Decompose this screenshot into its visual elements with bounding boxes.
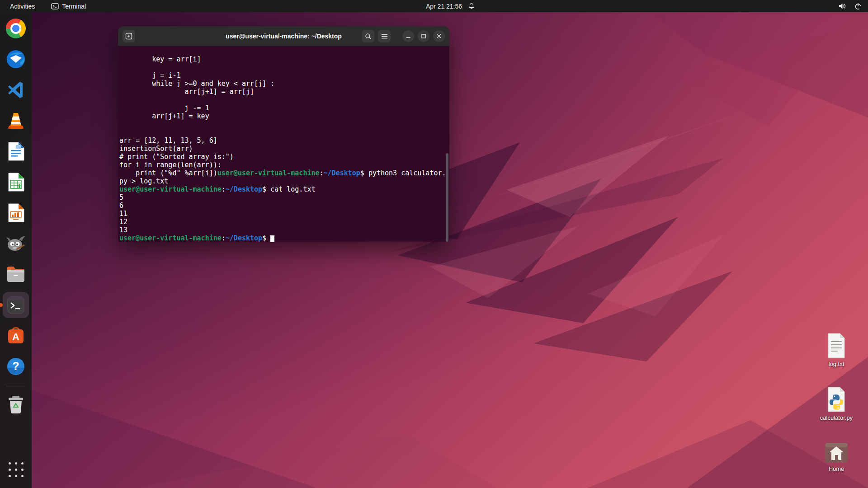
- terminal-text-segment: 11: [119, 210, 127, 218]
- dock-item-thunderbird[interactable]: [3, 46, 29, 72]
- home-folder-icon: [815, 440, 858, 464]
- desktop-icon-label: calculator.py: [815, 414, 858, 421]
- terminal-line: insertionSort(arr): [119, 145, 449, 153]
- dock-item-vscode[interactable]: [3, 77, 29, 103]
- new-tab-button[interactable]: [123, 30, 135, 42]
- volume-icon[interactable]: [839, 3, 846, 9]
- terminal-line: 11: [119, 210, 449, 218]
- vscode-icon: [6, 80, 26, 100]
- dock-item-chrome[interactable]: [3, 15, 29, 42]
- new-tab-icon: [125, 33, 132, 40]
- svg-text:?: ?: [12, 360, 19, 372]
- terminal-line: 6: [119, 202, 449, 210]
- scrollbar-thumb[interactable]: [446, 153, 448, 242]
- terminal-line: j -= 1: [119, 104, 449, 112]
- terminal-text-segment: arr = [12, 11, 13, 5, 6]: [119, 136, 217, 145]
- terminal-text-segment: $: [262, 234, 270, 242]
- running-indicator-dot: [0, 303, 3, 307]
- gimp-icon: [5, 233, 26, 254]
- close-button[interactable]: [433, 30, 445, 42]
- terminal-line: for i in range(len(arr)):: [119, 161, 449, 169]
- terminal-text-segment: ~/Desktop: [324, 169, 360, 177]
- dock-item-terminal[interactable]: [3, 292, 29, 318]
- desktop-icon-calculator-py[interactable]: calculator.py: [815, 386, 858, 421]
- terminal-app-icon: [51, 3, 59, 9]
- desktop-icon-home[interactable]: Home: [815, 440, 858, 472]
- trash-icon: [6, 395, 25, 415]
- dock: A ?: [0, 12, 32, 488]
- dock-item-libreoffice-impress[interactable]: [3, 200, 29, 226]
- dock-item-libreoffice-calc[interactable]: [3, 169, 29, 195]
- maximize-button[interactable]: [418, 30, 429, 42]
- python-file-icon: [815, 386, 858, 413]
- terminal-line: user@user-virtual-machine:~/Desktop$: [119, 234, 449, 242]
- terminal-line: py > log.txt: [119, 177, 449, 185]
- terminal-text-segment: 5: [119, 193, 123, 202]
- terminal-text-segment: print ("%d" %arr[i]): [119, 169, 217, 177]
- clock-menu[interactable]: Apr 21 21:56: [426, 0, 475, 12]
- dock-item-help[interactable]: ?: [3, 353, 29, 380]
- terminal-line: print ("%d" %arr[i])user@user-virtual-ma…: [119, 169, 449, 177]
- text-file-icon: [815, 333, 858, 359]
- activities-button[interactable]: Activities: [8, 0, 37, 12]
- files-icon: [5, 265, 26, 283]
- dock-item-gimp[interactable]: [3, 230, 29, 257]
- terminal-text-segment: insertionSort(arr): [119, 145, 193, 153]
- terminal-text-segment: j -= 1: [119, 104, 209, 112]
- terminal-text-segment: 12: [119, 218, 127, 226]
- terminal-line: [119, 47, 449, 55]
- dock-item-trash[interactable]: [3, 392, 29, 418]
- ubuntu-software-icon: A: [6, 325, 26, 346]
- activities-label: Activities: [10, 3, 35, 10]
- svg-text:A: A: [12, 331, 19, 343]
- terminal-text-segment: 13: [119, 226, 127, 234]
- libreoffice-impress-icon: [6, 202, 26, 223]
- terminal-text-segment: arr[j+1] = arr[j]: [119, 88, 254, 96]
- dock-item-vlc[interactable]: [3, 108, 29, 134]
- terminal-text-segment: j = i-1: [119, 71, 180, 80]
- terminal-window: user@user-virtual-machine: ~/Desktop: [118, 26, 449, 242]
- terminal-text-segment: arr[j+1] = key: [119, 112, 209, 120]
- terminal-line: arr = [12, 11, 13, 5, 6]: [119, 136, 449, 145]
- app-grid-icon: [8, 461, 24, 478]
- desktop-icon-log-txt[interactable]: log.txt: [815, 333, 858, 367]
- terminal-line: key = arr[i]: [119, 55, 449, 63]
- terminal-body[interactable]: key = arr[i] j = i-1 while j >=0 and key…: [118, 46, 449, 242]
- minimize-icon: [406, 33, 411, 39]
- terminal-line: [119, 63, 449, 71]
- vlc-icon: [5, 110, 26, 131]
- libreoffice-writer-icon: [6, 141, 26, 162]
- terminal-titlebar[interactable]: user@user-virtual-machine: ~/Desktop: [118, 26, 449, 46]
- terminal-line: arr[j+1] = key: [119, 112, 449, 120]
- terminal-line: [119, 96, 449, 104]
- maximize-icon: [421, 33, 426, 39]
- menu-button[interactable]: [378, 30, 391, 42]
- terminal-text-segment: # print ("Sorted array is:"): [119, 153, 234, 161]
- terminal-line: arr[j+1] = arr[j]: [119, 88, 449, 96]
- minimize-button[interactable]: [402, 30, 414, 42]
- dock-item-ubuntu-software[interactable]: A: [3, 323, 29, 349]
- terminal-text-segment: :: [222, 185, 226, 193]
- terminal-text-segment: user@user-virtual-machine: [217, 169, 320, 177]
- terminal-text-segment: while j >=0 and key < arr[j] :: [119, 80, 274, 88]
- terminal-line: j = i-1: [119, 71, 449, 80]
- dock-item-files[interactable]: [3, 261, 29, 287]
- desktop-icon-label: Home: [815, 465, 858, 472]
- close-icon: [436, 33, 442, 39]
- power-icon[interactable]: [854, 3, 862, 10]
- dock-item-app-grid[interactable]: [3, 456, 29, 483]
- terminal-output: key = arr[i] j = i-1 while j >=0 and key…: [119, 47, 449, 242]
- app-menu-terminal[interactable]: Terminal: [49, 0, 88, 12]
- clock-label: Apr 21 21:56: [426, 3, 462, 10]
- top-bar: Activities Terminal Apr 21 21:56: [0, 0, 868, 12]
- terminal-text-segment: 6: [119, 202, 123, 210]
- terminal-text-segment: user@user-virtual-machine: [119, 185, 222, 193]
- terminal-text-segment: :: [222, 234, 226, 242]
- terminal-text-segment: ~/Desktop: [226, 234, 262, 242]
- terminal-line: 13: [119, 226, 449, 234]
- terminal-line: 12: [119, 218, 449, 226]
- terminal-text-segment: for i in range(len(arr)):: [119, 161, 222, 169]
- dock-item-libreoffice-writer[interactable]: [3, 138, 29, 164]
- search-button[interactable]: [362, 30, 374, 42]
- terminal-line: user@user-virtual-machine:~/Desktop$ cat…: [119, 185, 449, 193]
